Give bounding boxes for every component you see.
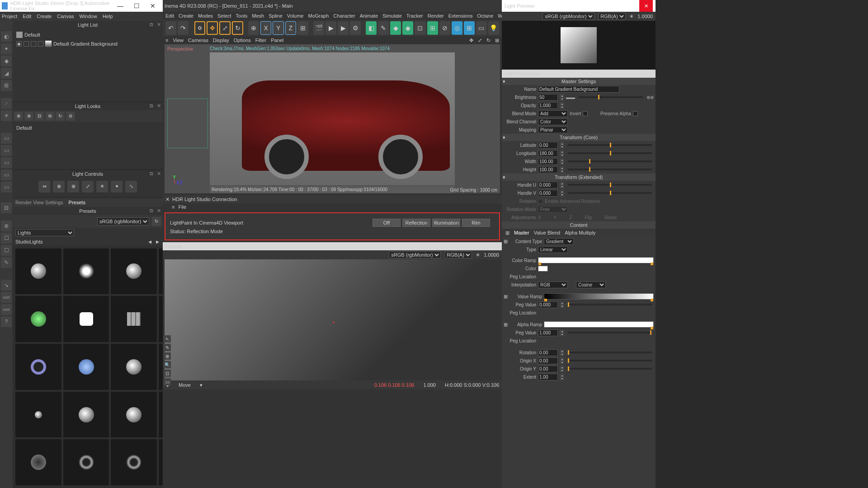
c4d-menu-octane[interactable]: Octane <box>477 13 493 19</box>
menu-window[interactable]: Window <box>80 14 97 19</box>
prim2-icon[interactable]: ◆ <box>402 21 413 35</box>
menu-canvas[interactable]: Canvas <box>57 14 74 19</box>
preset-thumb[interactable] <box>63 249 109 295</box>
rot2-input[interactable] <box>538 349 558 356</box>
minimize-button[interactable]: — <box>112 0 128 12</box>
sidebar-icon-7[interactable]: ☀ <box>1 110 12 121</box>
sidebar-icon-14[interactable]: ☐ <box>1 233 12 244</box>
expand-icon[interactable]: ⊞ <box>504 239 508 244</box>
presets-colorspace[interactable]: sRGB (rgbMonitor) <box>97 217 149 225</box>
hamburger-icon[interactable]: ≡ <box>172 204 175 210</box>
preset-thumb[interactable] <box>159 392 163 438</box>
c4d-menu-select[interactable]: Select <box>217 13 231 19</box>
width-slider[interactable] <box>568 160 652 162</box>
close-icon[interactable]: ✕ <box>156 103 162 109</box>
preset-thumb[interactable] <box>111 439 157 485</box>
c4d-menu-mesh[interactable]: Mesh <box>252 13 264 19</box>
pegval-slider[interactable] <box>568 304 652 305</box>
interp2-select[interactable]: Cosine <box>576 282 606 288</box>
render-rgn-icon[interactable]: ▶ <box>338 21 349 35</box>
close-icon[interactable]: ✕ <box>156 208 162 214</box>
preset-thumb[interactable] <box>111 296 157 342</box>
sidebar-icon-1[interactable]: ◐ <box>1 31 12 42</box>
originy-slider[interactable] <box>568 368 652 370</box>
sidebar-icon-3[interactable]: ◆ <box>1 56 12 66</box>
undock-icon[interactable]: ⧉ <box>148 22 155 28</box>
c4d-menu-tools[interactable]: Tools <box>236 13 248 19</box>
cloner-icon[interactable]: ⊞ <box>427 21 438 35</box>
look-tool-1[interactable]: ⊕ <box>14 112 23 121</box>
view-menu-cameras[interactable]: Cameras <box>188 38 208 43</box>
preset-thumb[interactable] <box>111 249 157 295</box>
preset-thumb[interactable] <box>159 344 163 390</box>
opacity-input[interactable] <box>538 102 558 109</box>
canvas-tool-5[interactable]: ⊡ <box>164 370 171 377</box>
extent-input[interactable] <box>538 374 558 380</box>
originy-input[interactable] <box>538 366 558 372</box>
color-ramp[interactable] <box>538 257 654 263</box>
lc-tool-6[interactable]: ✦ <box>111 181 123 192</box>
preset-thumb[interactable] <box>111 344 157 390</box>
lc-tool-4[interactable]: ⤢ <box>82 181 94 192</box>
tab-render-settings[interactable]: Render View Settings <box>15 200 63 205</box>
lp-exposure-icon[interactable]: ☀ <box>629 14 634 19</box>
close-icon[interactable]: ✕ <box>165 197 170 202</box>
latitude-input[interactable] <box>538 142 558 149</box>
width-input[interactable] <box>538 158 558 165</box>
preset-thumb[interactable] <box>159 296 163 342</box>
type-select[interactable]: Linear <box>538 246 568 253</box>
lp-reflection-button[interactable]: Reflection <box>402 219 430 227</box>
c4d-menu-simulate[interactable]: Simulate <box>382 13 402 19</box>
close-icon[interactable]: ✕ <box>156 171 162 177</box>
canvas-tool-6[interactable]: ▭ <box>164 378 171 385</box>
lc-tool-1[interactable]: ⇔ <box>38 181 50 192</box>
look-tool-3[interactable]: ⊟ <box>35 112 44 121</box>
brightness-slider[interactable] <box>579 96 643 98</box>
brightness-input[interactable] <box>538 94 558 101</box>
floor-icon[interactable]: ▭ <box>476 21 487 35</box>
hdr-icon[interactable]: HDR <box>1 292 12 303</box>
view-menu-options[interactable]: Options <box>234 38 251 43</box>
coord-icon[interactable]: ⊞ <box>297 21 308 35</box>
height-slider[interactable] <box>568 169 652 170</box>
canvas-view[interactable]: + <box>165 259 500 380</box>
handleu-slider[interactable] <box>568 184 652 186</box>
preset-thumb[interactable] <box>111 392 157 438</box>
preserve-checkbox[interactable] <box>633 111 638 116</box>
render-opts-icon[interactable]: ⚙ <box>350 21 361 35</box>
preset-thumb[interactable] <box>63 439 109 485</box>
close-circle-icon[interactable]: ⊗ <box>1 221 12 231</box>
select-tool-icon[interactable]: ⭘ <box>194 21 206 35</box>
toggle-icon[interactable] <box>31 41 36 47</box>
lp-mode[interactable]: RGB(A) <box>598 13 626 20</box>
rotate-tool-icon[interactable]: ↻ <box>232 21 243 35</box>
sidebar-icon-11[interactable]: ▭ <box>1 169 12 180</box>
scale-tool-icon[interactable]: ⤢ <box>219 21 231 35</box>
undock-icon[interactable]: ⧉ <box>148 171 155 177</box>
c4d-menu-edit[interactable]: Edit <box>165 13 174 19</box>
sidebar-icon-2[interactable]: ✦ <box>1 43 12 54</box>
preset-thumb[interactable] <box>159 249 163 295</box>
section-content[interactable]: Content <box>502 221 656 229</box>
handlev-slider[interactable] <box>568 192 652 194</box>
view-menu-display[interactable]: Display <box>213 38 229 43</box>
deformer-icon[interactable]: ⊡ <box>415 21 425 35</box>
sidebar-icon-16[interactable]: ✎ <box>1 257 12 268</box>
look-tool-5[interactable]: ↻ <box>56 112 65 121</box>
canvas-colorspace[interactable]: sRGB (rgbMonitor) <box>389 251 441 258</box>
lp-off-button[interactable]: Off <box>373 219 401 227</box>
vp-ctrl-icon[interactable]: ↻ <box>486 38 491 43</box>
c4d-menu-mograph[interactable]: MoGraph <box>308 13 329 19</box>
file-menu[interactable]: File <box>178 204 186 210</box>
undock-icon[interactable]: ⧉ <box>148 208 155 214</box>
close-button[interactable]: ✕ <box>145 0 161 12</box>
tab-value-blend[interactable]: Value Blend <box>534 230 561 236</box>
vp-ctrl-icon[interactable]: ✥ <box>469 38 473 43</box>
sidebar-icon-12[interactable]: ▭ <box>1 182 12 192</box>
null-icon[interactable]: ⊘ <box>439 21 450 35</box>
handlev-input[interactable] <box>538 190 558 197</box>
close-button[interactable]: ✕ <box>639 0 653 12</box>
move-tool-icon[interactable]: ✥ <box>207 21 218 35</box>
maximize-button[interactable]: ☐ <box>128 0 145 12</box>
render-icon[interactable]: ▶ <box>326 21 336 35</box>
